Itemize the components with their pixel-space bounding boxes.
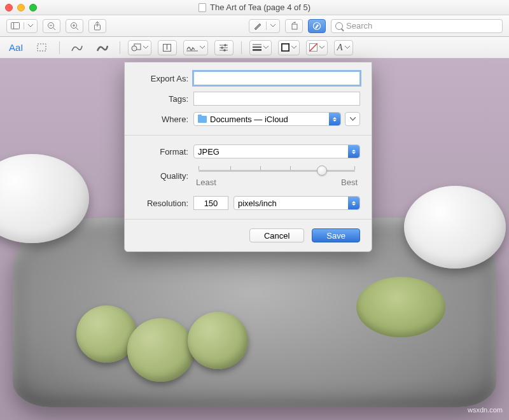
zoom-window-button[interactable]: [29, 4, 37, 11]
separator: [241, 41, 242, 54]
resolution-input[interactable]: [193, 196, 228, 210]
svg-point-20: [224, 44, 227, 46]
line-weight-icon: [253, 44, 261, 51]
svg-rect-11: [292, 24, 297, 29]
draw-icon: [97, 43, 108, 52]
shapes-icon: [131, 43, 141, 52]
tags-label: Tags:: [136, 94, 193, 104]
sign-button[interactable]: [183, 40, 208, 55]
svg-rect-0: [11, 23, 20, 29]
minimize-window-button[interactable]: [17, 4, 25, 11]
adjust-color-button[interactable]: [214, 40, 234, 55]
expand-location-button[interactable]: [345, 112, 360, 126]
share-button[interactable]: [88, 19, 106, 33]
traffic-lights: [5, 4, 37, 11]
where-select[interactable]: Documents — iCloud: [193, 112, 341, 126]
share-icon: [94, 22, 101, 31]
window-title: The Art of Tea (page 4 of 5): [199, 3, 310, 12]
svg-line-4: [53, 27, 56, 30]
bowl-image: [404, 186, 506, 269]
svg-rect-13: [38, 44, 46, 51]
quality-least-label: Least: [196, 178, 216, 187]
resolution-unit-value: pixels/inch: [238, 199, 277, 208]
quality-label: Quality:: [136, 171, 193, 181]
zoom-out-icon: [47, 22, 56, 31]
highlight-button[interactable]: [249, 19, 280, 33]
select-arrows-icon: [329, 113, 340, 125]
stroke-color-icon: [281, 43, 289, 52]
tags-input[interactable]: [193, 92, 360, 106]
watermark: wsxdn.com: [468, 406, 503, 414]
where-label: Where:: [136, 115, 193, 124]
svg-line-8: [76, 27, 79, 30]
shapes-button[interactable]: [128, 40, 151, 55]
text-icon: T: [163, 44, 171, 52]
selection-button[interactable]: [32, 40, 52, 55]
resolution-unit-select[interactable]: pixels/inch: [234, 196, 360, 210]
cancel-button[interactable]: Cancel: [249, 228, 304, 242]
text-style-icon: AaI: [9, 42, 24, 53]
chevron-down-icon: [267, 24, 279, 27]
svg-rect-28: [281, 44, 289, 52]
export-dialog: Export As: Tags: Where: Documents — iClo…: [124, 62, 372, 252]
format-label: Format:: [136, 147, 193, 157]
folder-icon: [198, 116, 207, 123]
close-window-button[interactable]: [5, 4, 13, 11]
chevron-down-icon: [24, 24, 37, 27]
window-titlebar: The Art of Tea (page 4 of 5): [0, 0, 509, 15]
rotate-button[interactable]: [285, 19, 303, 33]
font-icon: A: [337, 42, 343, 53]
search-icon: [335, 22, 343, 30]
quality-slider[interactable]: [193, 165, 360, 176]
zoom-out-button[interactable]: [43, 19, 60, 33]
ice-cream-scoop-image: [127, 318, 194, 382]
slider-thumb[interactable]: [317, 165, 327, 176]
svg-point-24: [223, 49, 226, 52]
export-as-input[interactable]: [193, 71, 360, 85]
fill-color-icon: [309, 43, 317, 52]
rotate-icon: [289, 22, 298, 30]
where-value: Documents — iCloud: [210, 115, 288, 124]
fill-color-button[interactable]: [306, 40, 328, 55]
sign-icon: [186, 44, 198, 52]
sketch-button[interactable]: [67, 40, 87, 55]
zoom-in-button[interactable]: [66, 19, 83, 33]
document-canvas: Export As: Tags: Where: Documents — iClo…: [0, 59, 509, 420]
svg-point-15: [132, 46, 137, 51]
svg-text:T: T: [165, 44, 170, 52]
svg-point-22: [221, 46, 223, 49]
adjust-icon: [219, 44, 228, 52]
highlight-icon: [249, 22, 267, 30]
select-arrows-icon: [348, 145, 359, 158]
line-weight-button[interactable]: [249, 40, 272, 55]
font-button[interactable]: A: [334, 40, 353, 55]
select-arrows-icon: [348, 197, 359, 209]
text-style-button[interactable]: AaI: [6, 40, 26, 55]
selection-icon: [37, 43, 46, 52]
sidebar-toggle-button[interactable]: [6, 19, 38, 33]
separator: [120, 41, 120, 54]
sidebar-icon: [7, 22, 24, 29]
markup-toolbar: AaI T A: [0, 37, 509, 59]
markup-button[interactable]: [308, 19, 326, 33]
main-toolbar: Search: [0, 15, 509, 37]
window-title-text: The Art of Tea (page 4 of 5): [210, 3, 310, 12]
document-icon: [199, 3, 206, 12]
format-select[interactable]: JPEG: [193, 144, 360, 158]
export-as-label: Export As:: [136, 74, 193, 83]
ice-cream-scoop-image: [188, 312, 248, 369]
search-field[interactable]: Search: [331, 19, 503, 33]
format-value: JPEG: [198, 147, 220, 157]
sketch-icon: [71, 43, 83, 52]
text-button[interactable]: T: [158, 40, 177, 55]
zoom-in-icon: [70, 22, 79, 31]
search-placeholder: Search: [346, 21, 372, 31]
resolution-label: Resolution:: [136, 199, 193, 208]
save-button[interactable]: Save: [312, 228, 360, 242]
matcha-powder-image: [356, 277, 445, 337]
markup-icon: [312, 22, 321, 31]
stroke-color-button[interactable]: [278, 40, 300, 55]
separator: [59, 41, 60, 54]
draw-button[interactable]: [93, 40, 112, 55]
quality-best-label: Best: [341, 178, 358, 187]
